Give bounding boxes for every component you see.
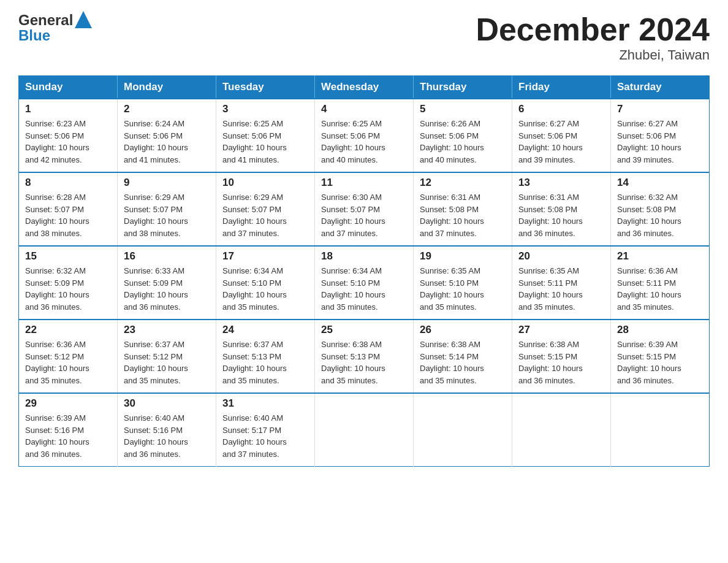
page-header: General Blue December 2024 Zhubei, Taiwa… [18,12,710,63]
day-info: Sunrise: 6:37 AM Sunset: 5:12 PM Dayligh… [124,339,210,386]
day-info: Sunrise: 6:32 AM Sunset: 5:09 PM Dayligh… [25,265,111,313]
day-number: 6 [518,103,604,115]
day-info: Sunrise: 6:38 AM Sunset: 5:13 PM Dayligh… [321,339,407,386]
day-info: Sunrise: 6:29 AM Sunset: 5:07 PM Dayligh… [222,191,308,239]
day-info: Sunrise: 6:27 AM Sunset: 5:06 PM Dayligh… [518,118,604,166]
day-info: Sunrise: 6:37 AM Sunset: 5:13 PM Dayligh… [222,339,308,386]
day-info: Sunrise: 6:23 AM Sunset: 5:06 PM Dayligh… [25,118,111,166]
calendar-cell: 26 Sunrise: 6:38 AM Sunset: 5:14 PM Dayl… [414,320,512,393]
calendar-cell: 22 Sunrise: 6:36 AM Sunset: 5:12 PM Dayl… [19,320,118,393]
calendar-week-row: 15 Sunrise: 6:32 AM Sunset: 5:09 PM Dayl… [19,246,710,320]
col-header-tuesday: Tuesday [216,76,315,99]
calendar-cell: 12 Sunrise: 6:31 AM Sunset: 5:08 PM Dayl… [414,172,512,246]
day-info: Sunrise: 6:38 AM Sunset: 5:15 PM Dayligh… [518,339,604,386]
day-number: 29 [25,397,111,410]
calendar-cell [512,393,611,467]
calendar-cell: 30 Sunrise: 6:40 AM Sunset: 5:16 PM Dayl… [118,393,216,467]
day-number: 4 [321,103,407,115]
day-info: Sunrise: 6:32 AM Sunset: 5:08 PM Dayligh… [617,191,703,239]
day-info: Sunrise: 6:34 AM Sunset: 5:10 PM Dayligh… [321,265,407,313]
day-number: 26 [420,324,506,336]
calendar-cell: 8 Sunrise: 6:28 AM Sunset: 5:07 PM Dayli… [19,172,118,246]
calendar-week-row: 22 Sunrise: 6:36 AM Sunset: 5:12 PM Dayl… [19,320,710,393]
day-info: Sunrise: 6:40 AM Sunset: 5:17 PM Dayligh… [222,412,308,460]
col-header-friday: Friday [512,76,611,99]
day-number: 23 [124,324,210,336]
day-info: Sunrise: 6:40 AM Sunset: 5:16 PM Dayligh… [124,412,210,460]
logo-line2: Blue [18,28,50,43]
calendar-cell: 10 Sunrise: 6:29 AM Sunset: 5:07 PM Dayl… [216,172,315,246]
calendar-cell: 19 Sunrise: 6:35 AM Sunset: 5:10 PM Dayl… [414,246,512,320]
calendar-cell: 3 Sunrise: 6:25 AM Sunset: 5:06 PM Dayli… [216,99,315,172]
day-info: Sunrise: 6:38 AM Sunset: 5:14 PM Dayligh… [420,339,506,386]
day-info: Sunrise: 6:31 AM Sunset: 5:08 PM Dayligh… [518,191,604,239]
day-number: 20 [518,250,604,262]
day-info: Sunrise: 6:34 AM Sunset: 5:10 PM Dayligh… [222,265,308,313]
calendar-table: SundayMondayTuesdayWednesdayThursdayFrid… [18,75,710,467]
svg-marker-0 [75,11,92,28]
logo-triangle-icon [75,11,92,28]
calendar-cell: 15 Sunrise: 6:32 AM Sunset: 5:09 PM Dayl… [19,246,118,320]
month-title: December 2024 [476,12,710,47]
calendar-cell: 5 Sunrise: 6:26 AM Sunset: 5:06 PM Dayli… [414,99,512,172]
day-info: Sunrise: 6:39 AM Sunset: 5:15 PM Dayligh… [617,339,703,386]
day-info: Sunrise: 6:28 AM Sunset: 5:07 PM Dayligh… [25,191,111,239]
day-info: Sunrise: 6:35 AM Sunset: 5:11 PM Dayligh… [518,265,604,313]
logo: General Blue [18,12,92,43]
day-number: 13 [518,177,604,189]
calendar-cell: 23 Sunrise: 6:37 AM Sunset: 5:12 PM Dayl… [118,320,216,393]
day-info: Sunrise: 6:33 AM Sunset: 5:09 PM Dayligh… [124,265,210,313]
day-number: 16 [124,250,210,262]
day-info: Sunrise: 6:35 AM Sunset: 5:10 PM Dayligh… [420,265,506,313]
day-info: Sunrise: 6:29 AM Sunset: 5:07 PM Dayligh… [124,191,210,239]
day-number: 31 [222,397,308,410]
calendar-cell [315,393,414,467]
calendar-cell [611,393,710,467]
location: Zhubei, Taiwan [476,47,710,63]
day-number: 30 [124,397,210,410]
day-info: Sunrise: 6:36 AM Sunset: 5:12 PM Dayligh… [25,339,111,386]
day-info: Sunrise: 6:27 AM Sunset: 5:06 PM Dayligh… [617,118,703,166]
calendar-cell: 18 Sunrise: 6:34 AM Sunset: 5:10 PM Dayl… [315,246,414,320]
calendar-cell: 21 Sunrise: 6:36 AM Sunset: 5:11 PM Dayl… [611,246,710,320]
calendar-cell: 14 Sunrise: 6:32 AM Sunset: 5:08 PM Dayl… [611,172,710,246]
day-info: Sunrise: 6:24 AM Sunset: 5:06 PM Dayligh… [124,118,210,166]
calendar-cell [414,393,512,467]
calendar-cell: 28 Sunrise: 6:39 AM Sunset: 5:15 PM Dayl… [611,320,710,393]
title-block: December 2024 Zhubei, Taiwan [476,12,710,63]
calendar-cell: 7 Sunrise: 6:27 AM Sunset: 5:06 PM Dayli… [611,99,710,172]
calendar-cell: 27 Sunrise: 6:38 AM Sunset: 5:15 PM Dayl… [512,320,611,393]
calendar-cell: 20 Sunrise: 6:35 AM Sunset: 5:11 PM Dayl… [512,246,611,320]
logo-line1: General [18,13,73,28]
calendar-cell: 13 Sunrise: 6:31 AM Sunset: 5:08 PM Dayl… [512,172,611,246]
calendar-cell: 6 Sunrise: 6:27 AM Sunset: 5:06 PM Dayli… [512,99,611,172]
day-info: Sunrise: 6:25 AM Sunset: 5:06 PM Dayligh… [321,118,407,166]
day-number: 18 [321,250,407,262]
calendar-week-row: 1 Sunrise: 6:23 AM Sunset: 5:06 PM Dayli… [19,99,710,172]
calendar-cell: 24 Sunrise: 6:37 AM Sunset: 5:13 PM Dayl… [216,320,315,393]
calendar-cell: 2 Sunrise: 6:24 AM Sunset: 5:06 PM Dayli… [118,99,216,172]
day-number: 12 [420,177,506,189]
day-info: Sunrise: 6:25 AM Sunset: 5:06 PM Dayligh… [222,118,308,166]
calendar-week-row: 8 Sunrise: 6:28 AM Sunset: 5:07 PM Dayli… [19,172,710,246]
calendar-cell: 1 Sunrise: 6:23 AM Sunset: 5:06 PM Dayli… [19,99,118,172]
day-number: 21 [617,250,703,262]
day-number: 7 [617,103,703,115]
day-info: Sunrise: 6:31 AM Sunset: 5:08 PM Dayligh… [420,191,506,239]
calendar-cell: 16 Sunrise: 6:33 AM Sunset: 5:09 PM Dayl… [118,246,216,320]
calendar-header-row: SundayMondayTuesdayWednesdayThursdayFrid… [19,76,710,99]
day-number: 27 [518,324,604,336]
calendar-week-row: 29 Sunrise: 6:39 AM Sunset: 5:16 PM Dayl… [19,393,710,467]
calendar-cell: 9 Sunrise: 6:29 AM Sunset: 5:07 PM Dayli… [118,172,216,246]
day-number: 24 [222,324,308,336]
day-number: 9 [124,177,210,189]
col-header-sunday: Sunday [19,76,118,99]
calendar-cell: 29 Sunrise: 6:39 AM Sunset: 5:16 PM Dayl… [19,393,118,467]
day-number: 25 [321,324,407,336]
calendar-cell: 25 Sunrise: 6:38 AM Sunset: 5:13 PM Dayl… [315,320,414,393]
calendar-cell: 4 Sunrise: 6:25 AM Sunset: 5:06 PM Dayli… [315,99,414,172]
day-number: 11 [321,177,407,189]
day-number: 22 [25,324,111,336]
day-number: 17 [222,250,308,262]
day-info: Sunrise: 6:30 AM Sunset: 5:07 PM Dayligh… [321,191,407,239]
